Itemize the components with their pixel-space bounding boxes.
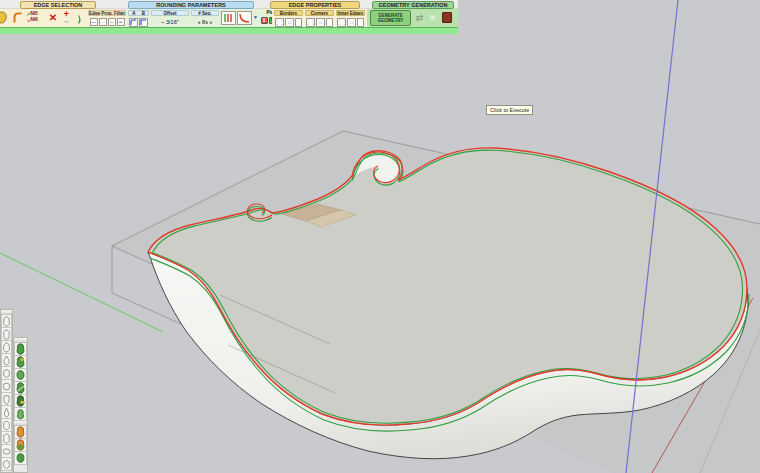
green-body-tool-4-button[interactable] (14, 382, 27, 395)
body-tools-toolbar (13, 337, 28, 473)
orange-body-tool-1-button[interactable] (14, 426, 27, 439)
undo-redo-button[interactable]: ⇄ (413, 11, 426, 24)
toolbar-tabstrip: EDGE SELECTION ROUNDING PARAMETERS EDGE … (0, 0, 458, 9)
offset-label: Offset (151, 10, 189, 16)
filter-dashed-edge-icon[interactable]: ╌ (108, 18, 116, 26)
body-shape-10-button[interactable] (1, 432, 12, 445)
body-shape-4-button[interactable] (1, 354, 12, 367)
inner-edges-group: Inner Edges ⋮⋮ ∷ (336, 10, 365, 27)
segments-value[interactable]: 8s (202, 19, 208, 25)
filter-double-edge-icon[interactable]: ═ (117, 18, 125, 26)
edge-prop-filter-label: Edge Prop. Filter (88, 10, 126, 16)
inner-edges-label: Inner Edges (336, 10, 365, 16)
left-right-arrows-icon: ↔ (60, 18, 73, 24)
green-body-tool-2-button[interactable] (14, 356, 27, 369)
section-title-edge-properties: EDGE PROPERTIES (270, 1, 360, 9)
curve-icon (239, 13, 250, 23)
shape-library-toolbar (0, 309, 13, 473)
round-corner-icon[interactable] (11, 11, 24, 24)
body-shape-7-button[interactable] (1, 393, 12, 406)
abort-button[interactable]: ✕ (427, 11, 438, 24)
body-shape-3-button[interactable] (1, 341, 12, 354)
rounding-parameters-row: A B Offset ~ 3/16" # Seg. ◂ 8s ▸ (127, 9, 272, 27)
edge-count-total: 696 (30, 17, 38, 23)
angle-threshold-button[interactable]: 30 (74, 10, 87, 26)
borders-label: Borders (274, 10, 303, 16)
ab-presets-group: A B (128, 10, 149, 27)
borders-group: Borders ⋮⋮ ∷ (274, 10, 303, 27)
clear-selection-button[interactable]: ✕ (47, 11, 59, 24)
section-title-edge-selection: EDGE SELECTION (20, 1, 96, 9)
body-shape-1-button[interactable] (1, 315, 12, 328)
status-bar: Click to Execute (0, 27, 458, 34)
green-body-tool-6-button[interactable] (14, 408, 27, 421)
body-shape-6-button[interactable] (1, 380, 12, 393)
borders-option-box[interactable] (295, 18, 302, 27)
exit-button[interactable]: → (440, 11, 454, 24)
door-arrow-icon: → (448, 15, 454, 21)
corners-straight-icon[interactable]: ∷ (316, 18, 325, 27)
edge-selection-row: ↗ 695 ↘ 696 ✕ + ↔ 30 Edge Prop. Filter —… (0, 9, 127, 27)
body-shape-5-button[interactable] (1, 367, 12, 380)
offset-value[interactable]: ~ 3/16" (151, 19, 189, 25)
arc-icon (77, 15, 85, 24)
undo-redo-icon: ⇄ (416, 13, 424, 23)
body-shape-11-button[interactable] (1, 445, 12, 458)
filter-dotted-edge-icon[interactable]: ⋯ (99, 18, 107, 26)
geometry-generation-row: GENERATE GEOMETRY ⇄ ✕ → (367, 9, 458, 27)
corners-label: Corners (305, 10, 334, 16)
execute-tooltip: Click to Execute (486, 105, 533, 115)
preset-b-label: B (142, 11, 145, 15)
orange-green-body-tool-button[interactable] (14, 439, 27, 452)
green-body-tool-7-button[interactable] (14, 452, 27, 465)
body-shape-8-button[interactable] (1, 406, 12, 419)
profile-curve-button[interactable] (237, 11, 252, 25)
plus-icon: + (60, 10, 73, 18)
pivot-x-button[interactable]: X (261, 17, 268, 24)
axis-green (0, 253, 163, 332)
corners-group: Corners ⋮⋮ ∷ (305, 10, 334, 27)
inner-edges-option-box[interactable] (357, 18, 364, 27)
green-body-tool-5-button[interactable] (14, 395, 27, 408)
borders-round-icon[interactable]: ⋮⋮ (275, 18, 284, 27)
green-body-tool-1-button[interactable] (14, 343, 27, 356)
corners-option-box[interactable] (326, 18, 333, 27)
segment-style-button[interactable] (221, 11, 236, 25)
door-icon: → (442, 12, 452, 23)
corners-round-icon[interactable]: ⋮⋮ (306, 18, 315, 27)
edge-properties-row: Borders ⋮⋮ ∷ Corners ⋮⋮ ∷ Inner Edges ⋮⋮… (272, 9, 367, 27)
segments-label: # Seg. (191, 10, 219, 16)
extend-selection-button[interactable]: + ↔ (60, 10, 73, 26)
viewport-3d[interactable] (0, 0, 760, 473)
body-shape-12-button[interactable] (1, 458, 12, 471)
edge-counter: ↗ 695 ↘ 696 (26, 11, 46, 25)
generate-geometry-button[interactable]: GENERATE GEOMETRY (370, 10, 411, 26)
body-shape-9-button[interactable] (1, 419, 12, 432)
inner-edges-straight-icon[interactable]: ∷ (347, 18, 356, 27)
pivot-down-arrow-icon: ▼ (253, 14, 258, 20)
section-title-geometry-generation: GEOMETRY GENERATION (372, 1, 454, 9)
section-title-rounding-parameters: ROUNDING PARAMETERS (128, 1, 254, 9)
abort-x-icon: ✕ (429, 13, 437, 23)
green-body-tool-3-button[interactable] (14, 369, 27, 382)
offset-group: Offset ~ 3/16" (151, 10, 189, 25)
loop-shape-icon[interactable] (0, 11, 8, 24)
edge-prop-filter-group: Edge Prop. Filter — ⋯ ╌ ═ (88, 10, 126, 26)
preset-a-icon[interactable] (129, 18, 138, 27)
filter-plain-edge-icon[interactable]: — (90, 18, 98, 26)
segments-decrease-icon[interactable]: ◂ (198, 19, 201, 25)
preset-b-icon[interactable] (139, 18, 148, 27)
clear-x-icon: ✕ (49, 13, 57, 23)
preset-a-label: A (132, 11, 135, 15)
segments-increase-icon[interactable]: ▸ (210, 19, 213, 25)
segments-group: # Seg. ◂ 8s ▸ (191, 10, 219, 25)
roundcorner-toolbar: EDGE SELECTION ROUNDING PARAMETERS EDGE … (0, 0, 458, 27)
body-shape-2-button[interactable] (1, 328, 12, 341)
inner-edges-round-icon[interactable]: ⋮⋮ (337, 18, 346, 27)
borders-straight-icon[interactable]: ∷ (285, 18, 294, 27)
stripes-icon (223, 13, 234, 23)
